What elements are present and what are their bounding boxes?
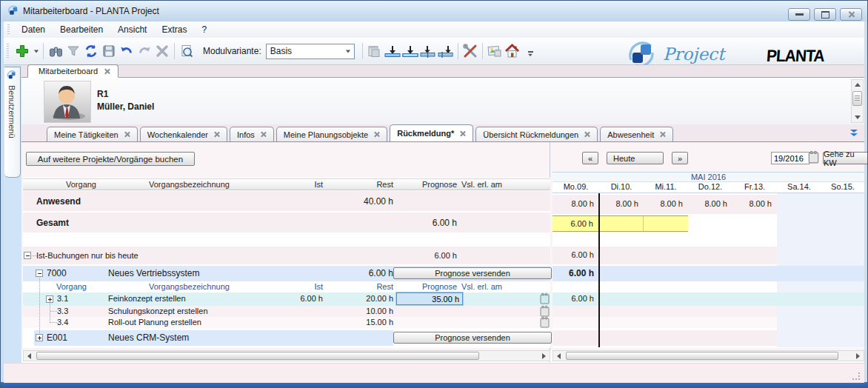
right-hscrollbar[interactable]	[552, 350, 864, 361]
new-entry-button[interactable]	[13, 42, 32, 60]
next-week-button[interactable]: »	[672, 152, 688, 164]
prev-week-label: «	[588, 154, 592, 163]
customizer-button[interactable]	[461, 42, 479, 60]
left-hscrollbar[interactable]	[23, 350, 550, 361]
prognose-input[interactable]	[396, 292, 463, 305]
week-input[interactable]	[771, 152, 809, 164]
col-header-rest: Rest	[341, 282, 393, 291]
row-task-31[interactable]: 3.1 Feinkonzept erstellen 6.00 h 20.00 h	[23, 292, 550, 306]
row-project-e001[interactable]: E001 Neues CRM-System Prognose versenden	[23, 330, 550, 346]
close-icon[interactable]	[659, 131, 666, 138]
collapse-toggle[interactable]	[36, 270, 43, 277]
print-preview-button[interactable]	[178, 42, 196, 60]
resize-grip-icon[interactable]	[852, 372, 860, 380]
menu-item-daten[interactable]: Daten	[14, 23, 53, 36]
scroll-up-button[interactable]	[852, 80, 863, 90]
today-button[interactable]: Heute	[607, 152, 664, 164]
close-button[interactable]	[840, 8, 862, 21]
minimize-button[interactable]	[788, 8, 810, 21]
hscroll-thumb[interactable]	[566, 352, 838, 360]
goto-kw-button[interactable]: Gehe zu KW	[823, 152, 868, 164]
tab-rueckmeldung[interactable]: Rückmeldung*	[390, 124, 473, 141]
scroll-left-button[interactable]	[24, 351, 35, 361]
menu-item-ansicht[interactable]: Ansicht	[110, 23, 154, 36]
tree-line	[50, 311, 57, 312]
maximize-button[interactable]	[814, 8, 836, 21]
close-icon[interactable]	[124, 131, 130, 138]
week-calendar-icon[interactable]	[808, 150, 819, 165]
doc-tab-label: Mitarbeiterboard	[39, 67, 98, 76]
refresh-button[interactable]	[82, 42, 100, 60]
close-icon[interactable]	[213, 131, 220, 138]
menu-item-help[interactable]: ?	[194, 23, 214, 36]
date-picker-icon[interactable]	[540, 292, 550, 306]
row-project-7000[interactable]: 7000 Neues Vertriebssystem 6.00 h Progno…	[23, 266, 550, 281]
row-task-33[interactable]: 3.3 Schulungskonzept erstellen 10.00 h	[23, 306, 550, 317]
toolbar-overflow-button[interactable]	[526, 45, 535, 63]
delete-button[interactable]	[153, 42, 171, 60]
hscroll-thumb[interactable]	[36, 352, 479, 360]
screenshot-button[interactable]	[486, 42, 504, 60]
new-entry-dropdown[interactable]	[32, 42, 40, 60]
prognose-versenden-button[interactable]: Prognose versenden	[393, 332, 552, 344]
menu-item-extras[interactable]: Extras	[154, 23, 194, 36]
gesamt-cell-mi[interactable]	[644, 216, 688, 231]
scroll-right-button[interactable]	[538, 351, 550, 361]
form-view-button[interactable]	[366, 42, 384, 60]
home-icon	[504, 44, 520, 58]
tab-overflow-button[interactable]	[849, 129, 858, 138]
scroll-left-button[interactable]	[553, 351, 564, 361]
user-panel-vscrollbar[interactable]	[851, 79, 864, 123]
modulvariante-select[interactable]: Basis	[266, 44, 355, 59]
col-header-ist[interactable]: Ist	[282, 180, 323, 189]
undo-button[interactable]	[118, 42, 136, 60]
save-button[interactable]	[100, 42, 118, 60]
col-header-vsl[interactable]: Vsl. erl. am	[461, 180, 502, 189]
title-bar[interactable]: Mitarbeiterboard - PLANTA Project	[1, 1, 867, 22]
close-icon[interactable]	[584, 131, 590, 138]
close-icon[interactable]	[459, 130, 466, 137]
home-button[interactable]	[504, 42, 521, 60]
expand-toggle[interactable]	[36, 334, 43, 341]
close-icon[interactable]	[260, 131, 267, 138]
insert-structure-record-button[interactable]	[437, 42, 455, 60]
tab-meine-planungsobjekte[interactable]: Meine Planungsobjekte	[276, 127, 387, 141]
close-icon[interactable]	[104, 68, 110, 75]
date-picker-icon[interactable]	[540, 316, 550, 330]
tab-uebersicht-rueckmeldungen[interactable]: Übersicht Rückmeldungen	[475, 127, 598, 141]
insert-linked-record-button[interactable]	[419, 42, 437, 60]
image-icon	[487, 44, 502, 58]
doc-tab-mitarbeiterboard[interactable]: Mitarbeiterboard	[27, 64, 118, 78]
scroll-right-button[interactable]	[852, 351, 864, 361]
hours-cell: 6.00 h	[552, 247, 599, 264]
menu-item-bearbeiten[interactable]: Bearbeiten	[53, 23, 110, 36]
tab-infos[interactable]: Infos	[230, 127, 274, 141]
vscroll-thumb[interactable]	[852, 91, 862, 106]
scroll-down-button[interactable]	[852, 113, 863, 122]
cal-row-gesamt: 6.00 h	[552, 215, 688, 232]
benutzermenu-tab[interactable]: Benutzermenü	[4, 67, 21, 178]
filter-icon	[67, 44, 80, 58]
tab-wochenkalender[interactable]: Wochenkalender	[140, 127, 227, 141]
col-header-bezeichnung[interactable]: Vorgangsbezeichnung	[149, 180, 230, 189]
prognose-versenden-button[interactable]: Prognose versenden	[393, 267, 552, 279]
tab-abwesenheit[interactable]: Abwesenheit	[600, 127, 673, 141]
expand-toggle[interactable]	[46, 295, 53, 303]
redo-button[interactable]	[136, 42, 153, 60]
prev-week-button[interactable]: «	[582, 152, 598, 164]
col-header-vorgang[interactable]: Vorgang	[66, 180, 96, 189]
col-header-prognose[interactable]: Prognose	[401, 180, 457, 189]
minimize-icon	[795, 13, 804, 16]
collapse-toggle[interactable]	[24, 252, 31, 259]
insert-record-button[interactable]	[384, 42, 401, 60]
book-more-projects-button[interactable]: Auf weitere Projekte/Vorgänge buchen	[26, 152, 195, 166]
gesamt-cell-di[interactable]	[599, 216, 644, 231]
filter-button[interactable]	[64, 42, 82, 60]
row-task-34[interactable]: 3.4 Roll-out Planung erstellen 15.00 h	[23, 317, 550, 328]
col-header-rest[interactable]: Rest	[341, 180, 393, 189]
insert-subrecord-button[interactable]	[401, 42, 419, 60]
search-button[interactable]	[47, 42, 64, 60]
close-icon[interactable]	[373, 131, 380, 138]
gesamt-cell-mo[interactable]: 6.00 h	[552, 216, 599, 231]
tab-meine-taetigkeiten[interactable]: Meine Tätigkeiten	[47, 127, 138, 141]
